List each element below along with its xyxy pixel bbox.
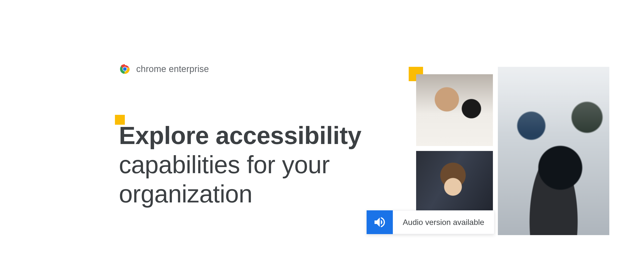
headline-text: Explore accessibility capabilities for y… xyxy=(119,121,362,208)
headline-line-1: capabilities for your xyxy=(119,151,330,178)
brand-text: chrome enterprise xyxy=(136,64,209,74)
hero-banner: chrome enterprise Explore accessibility … xyxy=(0,0,644,268)
headline-line-2: organization xyxy=(119,180,252,208)
speaker-icon xyxy=(366,210,393,234)
chrome-icon xyxy=(119,63,131,75)
audio-version-label: Audio version available xyxy=(393,210,494,234)
image-collage xyxy=(406,67,609,235)
audio-version-badge[interactable]: Audio version available xyxy=(366,210,494,234)
headline: Explore accessibility capabilities for y… xyxy=(119,121,362,208)
headline-strong: Explore accessibility xyxy=(119,121,362,149)
photo-person-with-phone xyxy=(416,74,493,146)
photo-office-meeting-wheelchair xyxy=(498,67,609,235)
brand-lockup: chrome enterprise xyxy=(119,63,209,75)
svg-point-2 xyxy=(123,67,127,71)
